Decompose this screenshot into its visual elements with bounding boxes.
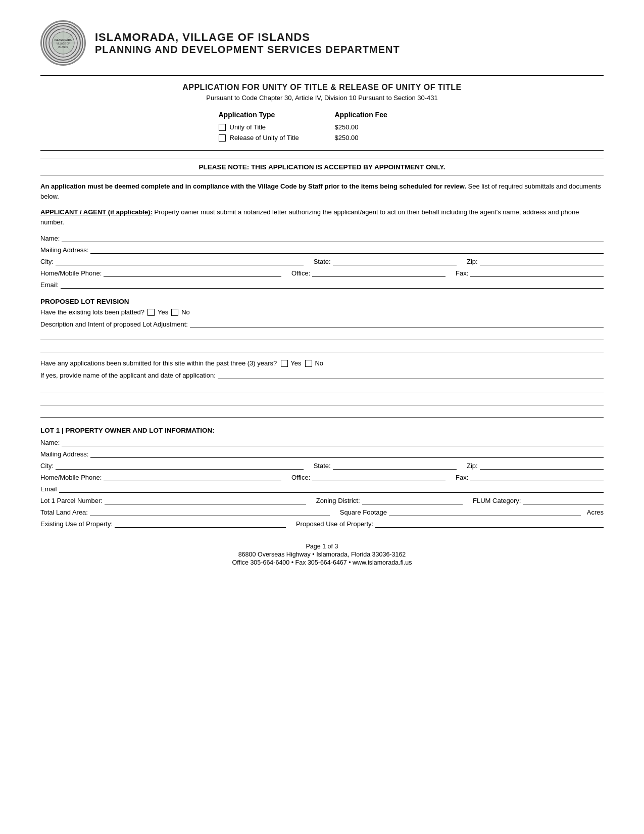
extra-line4[interactable] — [40, 396, 604, 405]
platted-question: Have the existing lots been platted? — [40, 308, 144, 316]
applicant-section: APPLICANT / AGENT (if applicable): Prope… — [40, 207, 604, 289]
subtitle: Pursuant to Code Chapter 30, Article IV,… — [40, 94, 604, 102]
lot1-proposed-use-field[interactable] — [375, 519, 604, 528]
lot1-state-label: State: — [314, 462, 331, 470]
lot1-proposed-use-label: Proposed Use of Property: — [296, 520, 373, 528]
body-text1: An application must be deemed complete a… — [40, 181, 604, 201]
lot1-fax-field[interactable] — [470, 472, 604, 481]
lot1-office-label: Office: — [291, 474, 310, 481]
lot1-home-label: Home/Mobile Phone: — [40, 474, 102, 481]
apps-no-box[interactable]: No — [305, 359, 323, 367]
email-field[interactable] — [61, 280, 604, 289]
unity-of-title-label: Unity of Title — [230, 123, 266, 131]
lot1-land-field[interactable] — [90, 507, 330, 516]
extra-line2[interactable] — [40, 343, 604, 352]
state-label: State: — [314, 258, 331, 265]
platted-no-checkbox[interactable] — [171, 309, 178, 316]
fax-label: Fax: — [456, 269, 468, 277]
applications-submitted-section: Have any applications been submitted for… — [40, 359, 604, 418]
platted-yes-label: Yes — [158, 308, 168, 316]
page-number: Page 1 of 3 — [40, 543, 604, 550]
app-type-row2[interactable]: Release of Unity of Title — [219, 132, 335, 143]
apps-yes-checkbox[interactable] — [281, 360, 288, 367]
home-phone-field[interactable] — [104, 268, 281, 277]
name-label: Name: — [40, 235, 60, 242]
proposed-lot-header: PROPOSED LOT REVISION — [40, 298, 604, 305]
lot1-fax-label: Fax: — [456, 474, 468, 481]
phone-row: Home/Mobile Phone: Office: Fax: — [40, 268, 604, 277]
release-unity-checkbox[interactable] — [219, 134, 226, 142]
note-section: PLEASE NOTE: THIS APPLICATION IS ACCEPTE… — [40, 159, 604, 175]
extra-line3[interactable] — [40, 384, 604, 393]
platted-row: Have the existing lots been platted? Yes… — [40, 308, 604, 316]
note-text: PLEASE NOTE: THIS APPLICATION IS ACCEPTE… — [199, 163, 445, 171]
lot1-mailing-field[interactable] — [90, 449, 604, 458]
lot1-parcel-field[interactable] — [105, 495, 306, 504]
lot1-sqft-field[interactable] — [389, 507, 581, 516]
apps-no-checkbox[interactable] — [305, 360, 312, 367]
lot1-existing-use-label: Existing Use of Property: — [40, 520, 113, 528]
org-line1: ISLAMORADA, VILLAGE OF ISLANDS — [95, 31, 400, 44]
lot1-zoning-label: Zoning District: — [316, 497, 360, 504]
platted-no-label: No — [181, 308, 190, 316]
description-label: Description and Intent of proposed Lot A… — [40, 320, 188, 328]
mailing-field[interactable] — [90, 245, 604, 254]
lot1-city-label: City: — [40, 462, 54, 470]
lot1-land-label: Total Land Area: — [40, 508, 88, 516]
svg-text:ISLANDS: ISLANDS — [58, 46, 68, 49]
page-header: ISLAMORADA VILLAGE OF ISLANDS ISLAMORADA… — [40, 20, 604, 66]
lot1-name-label: Name: — [40, 439, 60, 446]
header-divider — [40, 75, 604, 76]
name-field[interactable] — [62, 233, 604, 242]
svg-text:ISLAMORADA: ISLAMORADA — [55, 38, 72, 41]
lot1-parcel-label: Lot 1 Parcel Number: — [40, 497, 103, 504]
lot1-mailing-row: Mailing Address: — [40, 449, 604, 458]
page-footer: Page 1 of 3 86800 Overseas Highway • Isl… — [40, 543, 604, 566]
mailing-label: Mailing Address: — [40, 246, 88, 254]
description-row: Description and Intent of proposed Lot A… — [40, 319, 604, 328]
description-field[interactable] — [190, 319, 604, 328]
apps-yes-box[interactable]: Yes — [281, 359, 301, 367]
state-field[interactable] — [333, 256, 457, 265]
lot1-zip-field[interactable] — [480, 460, 604, 470]
extra-line5[interactable] — [40, 408, 604, 418]
office-field[interactable] — [312, 268, 445, 277]
platted-yes-checkbox[interactable] — [147, 309, 155, 316]
lot1-city-field[interactable] — [56, 460, 304, 470]
lot1-parcel-row: Lot 1 Parcel Number: Zoning District: FL… — [40, 495, 604, 504]
email-row: Email: — [40, 280, 604, 289]
zip-field[interactable] — [480, 256, 604, 265]
lot1-existing-use-field[interactable] — [115, 519, 286, 528]
app-type-row1[interactable]: Unity of Title — [219, 122, 335, 132]
proposed-lot-section: PROPOSED LOT REVISION Have the existing … — [40, 298, 604, 352]
lot1-phone-row: Home/Mobile Phone: Office: Fax: — [40, 472, 604, 481]
home-phone-label: Home/Mobile Phone: — [40, 269, 102, 277]
lot1-flum-label: FLUM Category: — [473, 497, 521, 504]
lot1-zoning-field[interactable] — [362, 495, 463, 504]
followup-row: If yes, provide name of the applicant an… — [40, 370, 604, 379]
extra-line1[interactable] — [40, 331, 604, 340]
lot1-name-field[interactable] — [62, 437, 604, 446]
lot1-flum-field[interactable] — [523, 495, 604, 504]
org-line2: PLANNING AND DEVELOPMENT SERVICES DEPART… — [95, 44, 400, 56]
name-row: Name: — [40, 233, 604, 242]
title-section: APPLICATION FOR UNITY OF TITLE & RELEASE… — [40, 83, 604, 102]
org-logo: ISLAMORADA VILLAGE OF ISLANDS — [40, 20, 86, 66]
email-label: Email: — [40, 281, 59, 289]
col2-header: Application Fee — [335, 111, 426, 122]
lot1-office-field[interactable] — [312, 472, 445, 481]
yes-no-row: Have any applications been submitted for… — [40, 359, 604, 367]
lot1-email-field[interactable] — [59, 484, 604, 493]
office-label: Office: — [291, 269, 310, 277]
main-title: APPLICATION FOR UNITY OF TITLE & RELEASE… — [40, 83, 604, 92]
unity-of-title-checkbox[interactable] — [219, 124, 226, 131]
followup-field[interactable] — [218, 370, 604, 379]
lot1-zip-label: Zip: — [467, 462, 478, 470]
lot1-home-field[interactable] — [104, 472, 281, 481]
lot1-state-field[interactable] — [333, 460, 457, 470]
extra-lines2 — [40, 384, 604, 418]
fax-field[interactable] — [470, 268, 604, 277]
footer-contact: Office 305-664-6400 • Fax 305-664-6467 •… — [40, 559, 604, 566]
applicant-header-text: APPLICANT / AGENT (if applicable): Prope… — [40, 207, 604, 227]
city-field[interactable] — [56, 256, 304, 265]
